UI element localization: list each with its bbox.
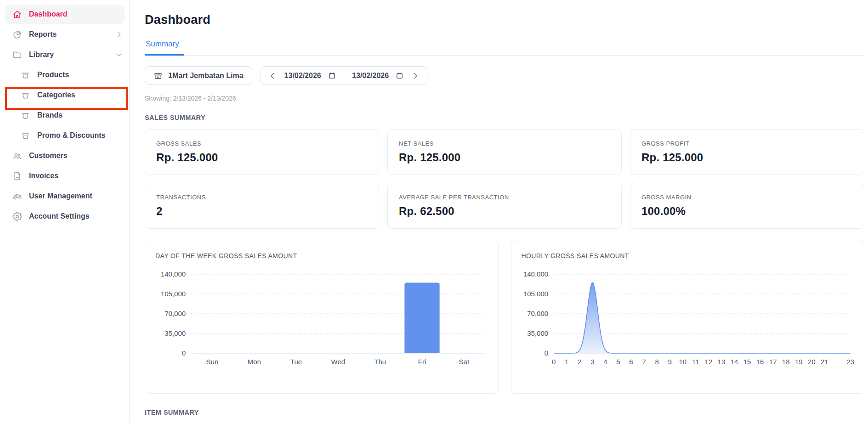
chart-title: HOURLY GROSS SALES AMOUNT: [522, 252, 854, 259]
tab-bar: Summary: [145, 39, 864, 56]
sidebar-item-promo-discounts[interactable]: Promo & Discounts: [0, 125, 129, 146]
calendar-icon[interactable]: [328, 72, 336, 79]
date-range-picker: 13/02/2026 - 13/02/2026: [261, 66, 427, 85]
metric-value: Rp. 62.500: [399, 205, 610, 218]
chevron-right-icon: [115, 31, 123, 38]
svg-text:9: 9: [668, 358, 671, 366]
metric-value: Rp. 125.000: [399, 151, 610, 164]
svg-text:19: 19: [794, 358, 802, 366]
svg-text:1: 1: [565, 358, 568, 366]
sidebar-item-customers[interactable]: Customers: [0, 146, 129, 166]
end-date-value[interactable]: 13/02/2026: [352, 72, 389, 80]
svg-text:Sat: Sat: [459, 358, 470, 366]
metric-value: 2: [156, 205, 368, 218]
svg-text:2: 2: [578, 358, 581, 366]
metric-label: GROSS SALES: [156, 140, 368, 147]
svg-text:18: 18: [782, 358, 789, 366]
main-content: Dashboard Summary 1Mart Jembatan Lima 13…: [130, 0, 868, 423]
store-selector[interactable]: 1Mart Jembatan Lima: [145, 66, 252, 85]
metric-card-gross-profit: GROSS PROFIT Rp. 125.000: [630, 129, 864, 175]
svg-text:10: 10: [679, 358, 686, 366]
svg-text:15: 15: [743, 358, 751, 366]
svg-text:0: 0: [182, 349, 186, 357]
invoice-icon: [12, 171, 22, 181]
svg-text:8: 8: [655, 358, 658, 366]
page-title: Dashboard: [145, 13, 864, 27]
sidebar-item-label: Reports: [29, 30, 57, 39]
svg-text:Tue: Tue: [290, 358, 302, 366]
filter-controls: 1Mart Jembatan Lima 13/02/2026 - 13/02/2…: [145, 66, 864, 85]
svg-text:140,000: 140,000: [523, 270, 548, 278]
metric-value: 100.00%: [641, 205, 853, 218]
svg-text:Mon: Mon: [248, 358, 261, 366]
archive-icon: [20, 130, 30, 141]
gear-icon: [12, 211, 22, 221]
metric-value: Rp. 125.000: [156, 151, 368, 164]
calendar-icon[interactable]: [396, 72, 403, 79]
charts-row: DAY OF THE WEEK GROSS SALES AMOUNT 035,0…: [145, 241, 864, 394]
start-date-value[interactable]: 13/02/2026: [284, 72, 321, 80]
svg-text:70,000: 70,000: [527, 310, 548, 317]
sidebar-item-products[interactable]: Products: [0, 65, 129, 85]
metric-card-transactions: TRANSACTIONS 2: [145, 183, 379, 229]
svg-text:11: 11: [692, 358, 699, 366]
archive-icon: [20, 90, 30, 100]
pie-chart-icon: [12, 29, 22, 39]
previous-date-button[interactable]: [267, 71, 278, 81]
svg-text:21: 21: [820, 358, 828, 366]
chevron-down-icon: [115, 51, 123, 58]
svg-text:105,000: 105,000: [523, 290, 548, 298]
svg-text:Fri: Fri: [418, 358, 426, 366]
metric-label: TRANSACTIONS: [156, 194, 368, 201]
hourly-chart-card: HOURLY GROSS SALES AMOUNT 035,00070,0001…: [511, 241, 865, 394]
sidebar-item-label: Dashboard: [29, 10, 68, 18]
metric-card-gross-sales: GROSS SALES Rp. 125.000: [145, 129, 379, 175]
sidebar-item-library[interactable]: Library: [0, 45, 129, 65]
svg-text:Thu: Thu: [374, 358, 386, 366]
sidebar-item-label: Library: [29, 51, 54, 59]
sidebar-item-label: Brands: [37, 111, 62, 119]
sidebar-item-categories[interactable]: Categories: [0, 85, 129, 105]
metric-card-gross-margin: GROSS MARGIN 100.00%: [630, 183, 864, 229]
metric-card-net-sales: NET SALES Rp. 125.000: [387, 129, 622, 175]
metric-label: NET SALES: [399, 140, 610, 147]
sidebar-item-label: Customers: [29, 152, 68, 160]
customers-icon: [12, 151, 22, 161]
metric-label: AVERAGE SALE PER TRANSACTION: [399, 194, 610, 201]
day-of-week-bar-chart: 035,00070,000105,000140,000SunMonTueWedT…: [155, 266, 488, 382]
sidebar-item-label: Promo & Discounts: [37, 131, 105, 140]
svg-text:14: 14: [730, 358, 738, 366]
sidebar-item-brands[interactable]: Brands: [0, 105, 129, 125]
svg-text:20: 20: [807, 358, 815, 366]
metric-label: GROSS PROFIT: [641, 140, 853, 147]
folder-icon: [12, 50, 22, 60]
next-date-button[interactable]: [410, 71, 420, 81]
showing-range-text: Showing: 2/13/2026 - 2/13/2026: [145, 95, 864, 102]
sidebar-item-invoices[interactable]: Invoices: [0, 166, 129, 186]
sidebar-item-account-settings[interactable]: Account Settings: [0, 206, 129, 226]
svg-text:105,000: 105,000: [161, 290, 186, 298]
svg-text:23: 23: [846, 358, 854, 366]
sidebar-item-label: Categories: [37, 91, 75, 99]
tab-summary[interactable]: Summary: [145, 39, 184, 56]
svg-text:6: 6: [629, 358, 633, 366]
svg-text:17: 17: [769, 358, 777, 366]
svg-text:35,000: 35,000: [527, 329, 548, 337]
svg-text:13: 13: [717, 358, 725, 366]
home-icon: [12, 9, 22, 19]
sales-summary-heading: SALES SUMMARY: [145, 114, 864, 121]
svg-text:16: 16: [756, 358, 764, 366]
metric-value: Rp. 125.000: [641, 151, 853, 164]
sales-summary-cards: GROSS SALES Rp. 125.000 NET SALES Rp. 12…: [145, 129, 864, 229]
sidebar-item-dashboard[interactable]: Dashboard: [5, 5, 125, 24]
metric-label: GROSS MARGIN: [641, 194, 853, 201]
chart-title: DAY OF THE WEEK GROSS SALES AMOUNT: [155, 252, 488, 259]
svg-text:140,000: 140,000: [161, 270, 186, 278]
svg-text:5: 5: [616, 358, 620, 366]
sidebar-item-reports[interactable]: Reports: [0, 24, 129, 45]
date-range-separator: -: [343, 72, 345, 80]
sidebar-item-label: Account Settings: [29, 212, 90, 220]
sidebar: Dashboard Reports Library Products Categ…: [0, 0, 130, 423]
svg-text:Wed: Wed: [331, 358, 346, 366]
sidebar-item-user-management[interactable]: User Management: [0, 186, 129, 206]
